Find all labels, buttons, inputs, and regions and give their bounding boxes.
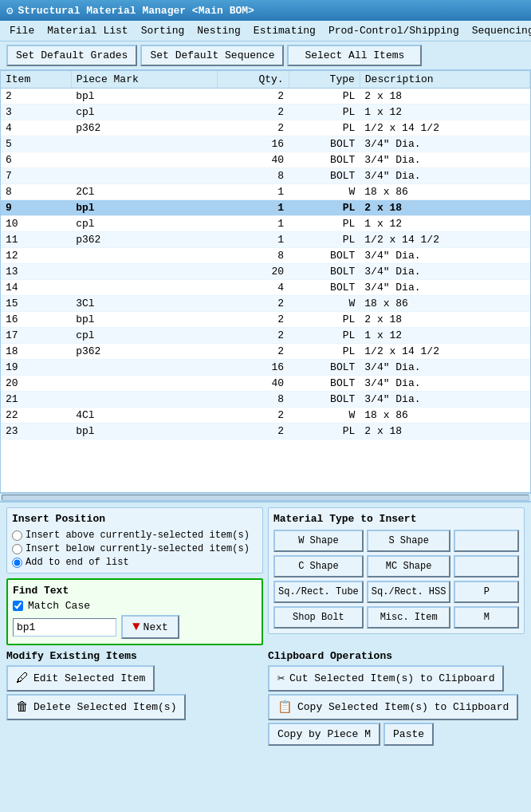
delete-selected-item-button[interactable]: 🗑 Delete Selected Item(s) bbox=[6, 694, 186, 720]
table-row[interactable]: 4 p362 2 PL 1/2 x 14 1/2 bbox=[1, 120, 530, 136]
table-row[interactable]: 16 bpl 2 PL 2 x 18 bbox=[1, 312, 530, 328]
c-shape-button[interactable]: C Shape bbox=[273, 555, 364, 577]
material-table: Item Piece Mark Qty. Type Description 2 … bbox=[0, 70, 531, 493]
copy-to-clipboard-button[interactable]: 📋 Copy Selected Item(s) to Clipboard bbox=[268, 694, 518, 720]
edit-selected-item-button[interactable]: 🖊 Edit Selected Item bbox=[6, 665, 155, 692]
table-row[interactable]: 22 4Cl 2 W 18 x 86 bbox=[1, 408, 530, 424]
radio-end[interactable]: Add to end of list bbox=[12, 557, 258, 568]
menu-nesting[interactable]: Nesting bbox=[191, 23, 247, 38]
match-case-checkbox[interactable] bbox=[13, 601, 23, 611]
find-text-input[interactable] bbox=[13, 618, 116, 637]
table-row[interactable]: 7 8 BOLT 3/4" Dia. bbox=[1, 168, 530, 184]
table-row[interactable]: 11 p362 1 PL 1/2 x 14 1/2 bbox=[1, 232, 530, 248]
find-text-title: Find Text bbox=[13, 585, 257, 597]
bottom-panel: Insert Position Insert above currently-s… bbox=[0, 501, 531, 650]
m-button[interactable]: M bbox=[454, 606, 519, 629]
radio-above[interactable]: Insert above currently-selected item(s) bbox=[12, 530, 258, 541]
find-text-section: Find Text Match Case ▼ Next bbox=[6, 578, 263, 645]
copy-by-piece-button[interactable]: Copy by Piece M bbox=[268, 723, 380, 746]
insert-position-section: Insert Position Insert above currently-s… bbox=[6, 507, 263, 574]
clipboard-section: Clipboard Operations ✂ Cut Selected Item… bbox=[268, 650, 525, 748]
table-row[interactable]: 14 4 BOLT 3/4" Dia. bbox=[1, 280, 530, 296]
col-header-qty: Qty. bbox=[218, 71, 289, 89]
extra-btn-1[interactable] bbox=[454, 530, 519, 552]
table-row[interactable]: 8 2Cl 1 W 18 x 86 bbox=[1, 184, 530, 200]
find-input-row: ▼ Next bbox=[13, 615, 257, 639]
menu-sorting[interactable]: Sorting bbox=[135, 23, 191, 38]
table-row[interactable]: 21 8 BOLT 3/4" Dia. bbox=[1, 392, 530, 408]
w-shape-button[interactable]: W Shape bbox=[273, 530, 364, 552]
table-row[interactable]: 18 p362 2 PL 1/2 x 14 1/2 bbox=[1, 344, 530, 360]
shop-bolt-button[interactable]: Shop Bolt bbox=[273, 606, 364, 629]
horizontal-scrollbar[interactable] bbox=[0, 493, 531, 501]
paste-button[interactable]: Paste bbox=[384, 723, 434, 746]
menu-file[interactable]: File bbox=[3, 23, 41, 38]
next-button[interactable]: ▼ Next bbox=[121, 615, 179, 639]
app-icon: ⚙ bbox=[6, 4, 13, 18]
menu-bar: File Material List Sorting Nesting Estim… bbox=[0, 21, 531, 41]
material-type-grid: W Shape S Shape C Shape MC Shape Sq./Rec… bbox=[273, 530, 519, 629]
col-header-type: Type bbox=[289, 71, 360, 89]
modify-title: Modify Existing Items bbox=[6, 650, 263, 662]
sq-rect-tube-button[interactable]: Sq./Rect. Tube bbox=[273, 581, 364, 603]
table-row[interactable]: 5 16 BOLT 3/4" Dia. bbox=[1, 136, 530, 152]
menu-prod-control[interactable]: Prod-Control/Shipping bbox=[322, 23, 466, 38]
set-default-sequence-button[interactable]: Set Default Sequence bbox=[140, 45, 284, 66]
table-row[interactable]: 12 8 BOLT 3/4" Dia. bbox=[1, 248, 530, 264]
toolbar: Set Default Grades Set Default Sequence … bbox=[0, 41, 531, 70]
table-row[interactable]: 15 3Cl 2 W 18 x 86 bbox=[1, 296, 530, 312]
menu-estimating[interactable]: Estimating bbox=[247, 23, 322, 38]
insert-radio-group: Insert above currently-selected item(s) … bbox=[12, 530, 258, 568]
bottom-actions: Modify Existing Items 🖊 Edit Selected It… bbox=[0, 650, 531, 753]
material-type-section: Material Type to Insert W Shape S Shape … bbox=[268, 507, 525, 634]
insert-position-title: Insert Position bbox=[12, 513, 258, 525]
cut-to-clipboard-button[interactable]: ✂ Cut Selected Item(s) to Clipboard bbox=[268, 665, 504, 692]
extra-btn-3[interactable]: P bbox=[454, 581, 519, 603]
scrollbar-track[interactable] bbox=[2, 495, 529, 501]
extra-btn-2[interactable] bbox=[454, 555, 519, 577]
app-title: Structural Material Manager <Main BOM> bbox=[18, 5, 254, 17]
match-case-row: Match Case bbox=[13, 600, 257, 612]
sq-rect-hss-button[interactable]: Sq./Rect. HSS bbox=[367, 581, 451, 603]
menu-material-list[interactable]: Material List bbox=[41, 23, 134, 38]
cut-icon: ✂ bbox=[277, 671, 285, 686]
arrow-down-icon: ▼ bbox=[132, 620, 140, 634]
table-row[interactable]: 23 bpl 2 PL 2 x 18 bbox=[1, 424, 530, 440]
set-default-grades-button[interactable]: Set Default Grades bbox=[6, 45, 137, 66]
menu-sequencing[interactable]: Sequencing bbox=[466, 23, 531, 38]
col-header-piece-mark: Piece Mark bbox=[71, 71, 218, 89]
modify-section: Modify Existing Items 🖊 Edit Selected It… bbox=[6, 650, 263, 748]
col-header-description: Description bbox=[360, 71, 529, 89]
table-row[interactable]: 9 bpl 1 PL 2 x 18 bbox=[1, 200, 530, 216]
title-bar: ⚙ Structural Material Manager <Main BOM> bbox=[0, 0, 531, 21]
mc-shape-button[interactable]: MC Shape bbox=[367, 555, 451, 577]
radio-below[interactable]: Insert below currently-selected item(s) bbox=[12, 543, 258, 554]
copy-icon: 📋 bbox=[277, 700, 293, 715]
table-row[interactable]: 19 16 BOLT 3/4" Dia. bbox=[1, 360, 530, 376]
table-row[interactable]: 13 20 BOLT 3/4" Dia. bbox=[1, 264, 530, 280]
match-case-label: Match Case bbox=[28, 600, 90, 612]
table-row[interactable]: 20 40 BOLT 3/4" Dia. bbox=[1, 376, 530, 392]
table-row[interactable]: 3 cpl 2 PL 1 x 12 bbox=[1, 104, 530, 120]
edit-icon: 🖊 bbox=[16, 671, 29, 686]
table-row[interactable]: 6 40 BOLT 3/4" Dia. bbox=[1, 152, 530, 168]
table-row[interactable]: 2 bpl 2 PL 2 x 18 bbox=[1, 89, 530, 104]
col-header-item: Item bbox=[1, 71, 71, 89]
misc-item-button[interactable]: Misc. Item bbox=[367, 606, 451, 629]
select-all-items-button[interactable]: Select All Items bbox=[287, 45, 422, 66]
material-type-title: Material Type to Insert bbox=[273, 513, 519, 525]
delete-icon: 🗑 bbox=[16, 700, 29, 715]
table-row[interactable]: 17 cpl 2 PL 1 x 12 bbox=[1, 328, 530, 344]
table-row[interactable]: 10 cpl 1 PL 1 x 12 bbox=[1, 216, 530, 232]
s-shape-button[interactable]: S Shape bbox=[367, 530, 451, 552]
clipboard-title: Clipboard Operations bbox=[268, 650, 525, 662]
